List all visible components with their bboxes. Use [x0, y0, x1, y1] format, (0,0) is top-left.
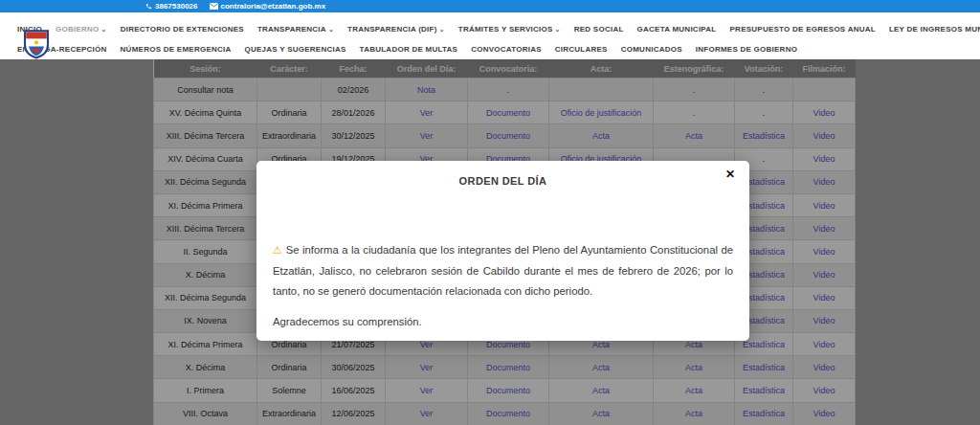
nav-row-primary: INICIOGOBIERNO⌄DIRECTORIO DE EXTENCIONES…	[17, 17, 980, 40]
nav-item-comunicados[interactable]: COMUNICADOS	[621, 45, 682, 54]
main-navbar: INICIOGOBIERNO⌄DIRECTORIO DE EXTENCIONES…	[0, 12, 980, 59]
nav-item-tabulador-de-multas[interactable]: TABULADOR DE MULTAS	[360, 45, 458, 54]
contact-topbar: 3867530026 contraloria@etzatlan.gob.mx	[0, 0, 980, 12]
nav-item-quejas-y-sugerencias[interactable]: QUEJAS Y SUGERENCIAS	[245, 45, 346, 54]
nav-item-gaceta-municipal[interactable]: GACETA MUNICIPAL	[637, 25, 717, 34]
phone-contact[interactable]: 3867530026	[145, 2, 198, 11]
envelope-icon	[210, 3, 218, 10]
nav-item-circulares[interactable]: CIRCULARES	[555, 45, 608, 54]
chevron-down-icon: ⌄	[439, 26, 445, 33]
email-contact[interactable]: contraloria@etzatlan.gob.mx	[210, 2, 326, 11]
modal-thanks-text: Agradecemos su comprensión.	[273, 316, 733, 327]
warning-triangle-icon: ⚠	[273, 244, 282, 256]
nav-row-secondary: ENTREGA-RECEPCIÓNNÚMEROS DE EMERGENCIAQU…	[17, 40, 980, 57]
page-content: Sesión:Carácter:Fecha:Orden del Día:Conv…	[0, 59, 980, 425]
chevron-down-icon: ⌄	[555, 26, 561, 33]
chevron-down-icon: ⌄	[328, 26, 334, 33]
modal-message-text: Se informa a la ciudadanía que los integ…	[273, 244, 733, 297]
modal-message: ⚠ Se informa a la ciudadanía que los int…	[273, 240, 733, 302]
orden-del-dia-modal: ✕ ORDEN DEL DÍA ⚠ Se informa a la ciudad…	[256, 161, 749, 341]
close-icon[interactable]: ✕	[725, 168, 735, 180]
nav-item-presupuesto-de-egresos-anual[interactable]: PRESUPUESTO DE EGRESOS ANUAL	[730, 25, 876, 34]
nav-item-transparencia-dif-[interactable]: TRANSPARENCIA (DIF)⌄	[347, 25, 445, 34]
chevron-down-icon: ⌄	[101, 26, 107, 33]
nav-item-gobierno[interactable]: GOBIERNO⌄	[56, 25, 107, 34]
phone-number: 3867530026	[155, 2, 198, 11]
nav-item-informes-de-gobierno[interactable]: INFORMES DE GOBIERNO	[696, 45, 797, 54]
nav-item-ley-de-ingresos-municipal[interactable]: LEY DE INGRESOS MUNICIPAL	[889, 25, 980, 34]
nav-item-directorio-de-extenciones[interactable]: DIRECTORIO DE EXTENCIONES	[121, 25, 244, 34]
municipal-crest-logo[interactable]	[21, 29, 52, 59]
nav-item-n-meros-de-emergencia[interactable]: NÚMEROS DE EMERGENCIA	[121, 45, 232, 54]
email-address: contraloria@etzatlan.gob.mx	[221, 2, 326, 11]
nav-item-convocatorias[interactable]: CONVOCATORIAS	[471, 45, 542, 54]
nav-item-red-social[interactable]: RED SOCIAL	[574, 25, 624, 34]
nav-item-tr-mites-y-servicios[interactable]: TRÁMITES Y SERVICIOS⌄	[458, 25, 561, 34]
modal-title: ORDEN DEL DÍA	[256, 175, 749, 187]
phone-icon	[145, 3, 152, 10]
nav-item-transparencia[interactable]: TRANSPARENCIA⌄	[257, 25, 334, 34]
